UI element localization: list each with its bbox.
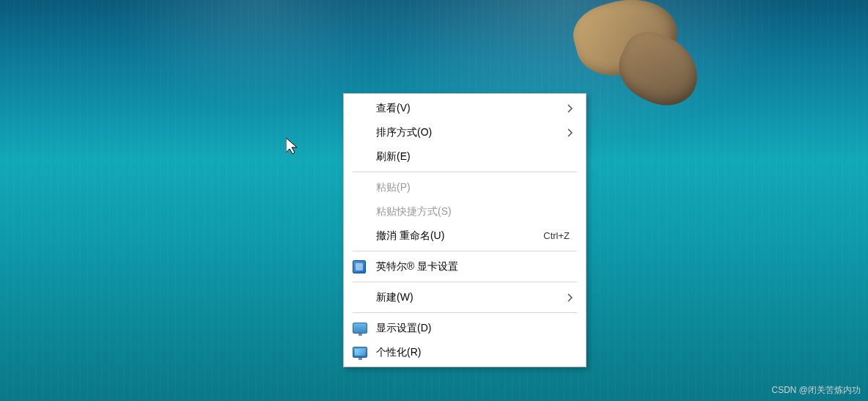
- menu-view-label: 查看(V): [375, 102, 564, 115]
- menu-display-label: 显示设置(D): [375, 322, 577, 335]
- menu-paste-shortcut-label: 粘贴快捷方式(S): [375, 205, 577, 218]
- menu-new[interactable]: 新建(W): [344, 285, 586, 309]
- chevron-right-icon: [564, 293, 577, 302]
- display-icon: [353, 321, 375, 336]
- menu-intel-label: 英特尔® 显卡设置: [375, 260, 577, 273]
- menu-undo-shortcut: Ctrl+Z: [543, 230, 577, 241]
- menu-separator: [353, 282, 577, 282]
- menu-undo-label: 撤消 重命名(U): [375, 229, 543, 243]
- spacer-icon: [353, 125, 375, 140]
- cursor-icon: [286, 138, 299, 155]
- personalize-icon: [353, 345, 375, 360]
- menu-separator: [353, 172, 577, 172]
- menu-undo-rename[interactable]: 撤消 重命名(U) Ctrl+Z: [344, 224, 586, 248]
- menu-new-label: 新建(W): [375, 291, 564, 304]
- menu-view[interactable]: 查看(V): [344, 96, 586, 120]
- menu-paste: 粘贴(P): [344, 175, 586, 199]
- spacer-icon: [353, 150, 375, 164]
- spacer-icon: [353, 101, 375, 116]
- chevron-right-icon: [564, 104, 577, 113]
- menu-refresh-label: 刷新(E): [375, 150, 577, 163]
- menu-separator: [353, 312, 577, 313]
- menu-intel-graphics[interactable]: 英特尔® 显卡设置: [344, 254, 586, 279]
- desktop-wallpaper[interactable]: 查看(V) 排序方式(O) 刷新(E) 粘贴(P) 粘贴快捷方式(S): [0, 0, 868, 401]
- menu-personalize[interactable]: 个性化(R): [344, 340, 586, 364]
- menu-personalize-label: 个性化(R): [375, 346, 577, 359]
- desktop-context-menu: 查看(V) 排序方式(O) 刷新(E) 粘贴(P) 粘贴快捷方式(S): [343, 93, 586, 367]
- watermark-text: CSDN @闭关苦炼内功: [771, 384, 861, 397]
- spacer-icon: [353, 290, 375, 305]
- spacer-icon: [353, 229, 375, 243]
- menu-paste-shortcut: 粘贴快捷方式(S): [344, 199, 586, 224]
- spacer-icon: [353, 180, 375, 195]
- chevron-right-icon: [564, 128, 577, 137]
- spacer-icon: [353, 205, 375, 219]
- menu-display-settings[interactable]: 显示设置(D): [344, 316, 586, 340]
- menu-sort[interactable]: 排序方式(O): [344, 120, 586, 144]
- menu-sort-label: 排序方式(O): [375, 126, 564, 139]
- intel-icon: [353, 260, 375, 274]
- wallpaper-fin-decoration: [575, 0, 721, 132]
- menu-paste-label: 粘贴(P): [375, 181, 577, 194]
- menu-separator: [353, 251, 577, 251]
- menu-refresh[interactable]: 刷新(E): [344, 144, 586, 169]
